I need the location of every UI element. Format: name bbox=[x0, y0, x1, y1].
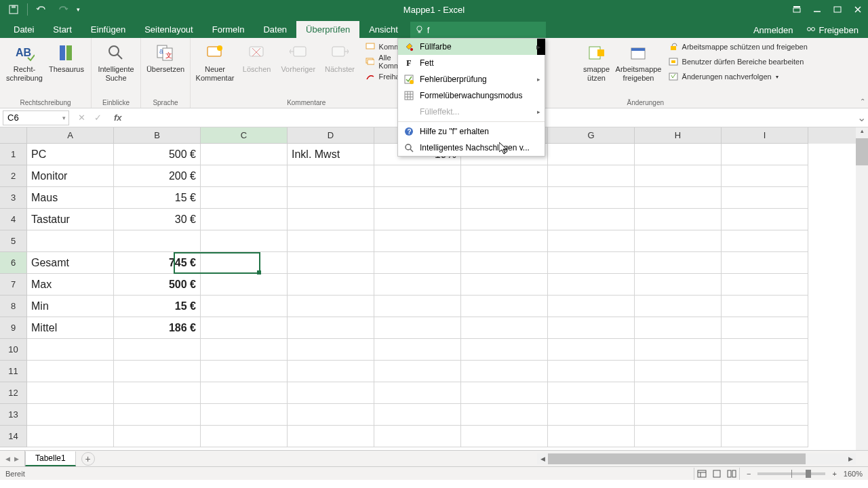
cell-H7[interactable] bbox=[635, 274, 722, 296]
cell-I6[interactable] bbox=[722, 252, 808, 274]
cell-F4[interactable] bbox=[461, 209, 548, 230]
cell-I12[interactable] bbox=[722, 382, 808, 404]
cell-E8[interactable] bbox=[374, 296, 461, 317]
cell-E7[interactable] bbox=[374, 274, 461, 296]
cell-D6[interactable] bbox=[288, 252, 374, 274]
cell-E5[interactable] bbox=[374, 230, 461, 252]
zoom-out-button[interactable]: − bbox=[747, 470, 751, 478]
rowhead-8[interactable]: 8 bbox=[0, 296, 27, 317]
cell-B14[interactable] bbox=[114, 426, 201, 447]
cell-I5[interactable] bbox=[722, 230, 808, 252]
cancel-formula-button[interactable]: ✕ bbox=[75, 113, 88, 123]
view-normal-button[interactable] bbox=[694, 468, 709, 480]
rowhead-7[interactable]: 7 bbox=[0, 274, 27, 296]
zoom-slider[interactable] bbox=[757, 472, 825, 475]
spellcheck-button[interactable]: AB Recht- schreibung bbox=[4, 39, 45, 85]
cell-H8[interactable] bbox=[635, 296, 722, 317]
cell-B5[interactable] bbox=[114, 230, 201, 252]
cell-F3[interactable] bbox=[461, 187, 548, 209]
cell-D9[interactable] bbox=[288, 317, 374, 339]
cell-G9[interactable] bbox=[548, 317, 635, 339]
cell-F6[interactable] bbox=[461, 252, 548, 274]
sheet-tab-1[interactable]: Tabelle1 bbox=[25, 451, 76, 466]
cell-D12[interactable] bbox=[288, 382, 374, 404]
cell-C7[interactable] bbox=[201, 274, 288, 296]
colhead-G[interactable]: G bbox=[548, 127, 635, 144]
tellme-item-1[interactable]: FFett bbox=[398, 55, 545, 71]
rowhead-11[interactable]: 11 bbox=[0, 361, 27, 382]
cell-D11[interactable] bbox=[288, 361, 374, 382]
cell-C8[interactable] bbox=[201, 296, 288, 317]
cell-A13[interactable] bbox=[27, 404, 114, 426]
cell-A10[interactable] bbox=[27, 339, 114, 361]
cell-F9[interactable] bbox=[461, 317, 548, 339]
rowhead-9[interactable]: 9 bbox=[0, 317, 27, 339]
smartlookup-button[interactable]: Intelligente Suche bbox=[96, 39, 136, 85]
cell-H5[interactable] bbox=[635, 230, 722, 252]
cell-B13[interactable] bbox=[114, 404, 201, 426]
maximize-button[interactable] bbox=[827, 0, 848, 19]
view-pagebreak-button[interactable] bbox=[724, 468, 739, 480]
cell-H13[interactable] bbox=[635, 404, 722, 426]
cell-I11[interactable] bbox=[722, 361, 808, 382]
freigeben-button[interactable]: Freigeben bbox=[800, 22, 865, 38]
sheet-nav-next[interactable]: ▶ bbox=[13, 455, 20, 462]
cell-C4[interactable] bbox=[201, 209, 288, 230]
rowhead-1[interactable]: 1 bbox=[0, 144, 27, 165]
cell-G10[interactable] bbox=[548, 339, 635, 361]
cell-B3[interactable]: 15 € bbox=[114, 187, 201, 209]
cell-A8[interactable]: Min bbox=[27, 296, 114, 317]
cell-G1[interactable] bbox=[548, 144, 635, 165]
cell-F14[interactable] bbox=[461, 426, 548, 447]
cell-E12[interactable] bbox=[374, 382, 461, 404]
protect-share-button[interactable]: Arbeitsmappe schützen und freigeben bbox=[665, 39, 812, 54]
cell-I9[interactable] bbox=[722, 317, 808, 339]
cell-G2[interactable] bbox=[548, 165, 635, 187]
cell-H2[interactable] bbox=[635, 165, 722, 187]
cell-E3[interactable] bbox=[374, 187, 461, 209]
cell-E4[interactable] bbox=[374, 209, 461, 230]
cell-I13[interactable] bbox=[722, 404, 808, 426]
cell-H11[interactable] bbox=[635, 361, 722, 382]
cell-H4[interactable] bbox=[635, 209, 722, 230]
cell-C3[interactable] bbox=[201, 187, 288, 209]
worksheet-grid[interactable]: A B C D E F G H I 1234567891011121314 PC… bbox=[0, 127, 868, 450]
colhead-B[interactable]: B bbox=[114, 127, 201, 144]
collapse-ribbon-button[interactable]: ⌃ bbox=[860, 98, 865, 105]
cell-B8[interactable]: 15 € bbox=[114, 296, 201, 317]
cell-B1[interactable]: 500 € bbox=[114, 144, 201, 165]
cell-F11[interactable] bbox=[461, 361, 548, 382]
colhead-A[interactable]: A bbox=[27, 127, 114, 144]
cell-E11[interactable] bbox=[374, 361, 461, 382]
cell-D14[interactable] bbox=[288, 426, 374, 447]
name-box[interactable]: C6 bbox=[3, 110, 69, 125]
cell-A4[interactable]: Tastatur bbox=[27, 209, 114, 230]
cell-G4[interactable] bbox=[548, 209, 635, 230]
cell-A5[interactable] bbox=[27, 230, 114, 252]
cell-H3[interactable] bbox=[635, 187, 722, 209]
cell-C12[interactable] bbox=[201, 382, 288, 404]
cell-I4[interactable] bbox=[722, 209, 808, 230]
minimize-button[interactable] bbox=[807, 0, 827, 19]
translate-button[interactable]: a文 Übersetzen bbox=[145, 39, 186, 77]
rowhead-2[interactable]: 2 bbox=[0, 165, 27, 187]
cell-A11[interactable] bbox=[27, 361, 114, 382]
cell-F2[interactable] bbox=[461, 165, 548, 187]
cell-A3[interactable]: Maus bbox=[27, 187, 114, 209]
cell-B7[interactable]: 500 € bbox=[114, 274, 201, 296]
cell-I7[interactable] bbox=[722, 274, 808, 296]
tellme-item-0[interactable]: Füllfarbe bbox=[398, 39, 545, 55]
cell-G11[interactable] bbox=[548, 361, 635, 382]
cell-A6[interactable]: Gesamt bbox=[27, 252, 114, 274]
view-pagelayout-button[interactable] bbox=[709, 468, 724, 480]
cell-G12[interactable] bbox=[548, 382, 635, 404]
cell-E10[interactable] bbox=[374, 339, 461, 361]
tellme-box[interactable] bbox=[410, 22, 546, 38]
colhead-D[interactable]: D bbox=[288, 127, 374, 144]
cell-H10[interactable] bbox=[635, 339, 722, 361]
cell-D8[interactable] bbox=[288, 296, 374, 317]
cell-D1[interactable]: Inkl. Mwst bbox=[288, 144, 374, 165]
share-workbook-button[interactable]: smappe ützen bbox=[576, 39, 617, 85]
tab-datei[interactable]: Datei bbox=[4, 21, 43, 38]
track-changes-button[interactable]: Änderungen nachverfolgen ▾ bbox=[665, 69, 812, 84]
